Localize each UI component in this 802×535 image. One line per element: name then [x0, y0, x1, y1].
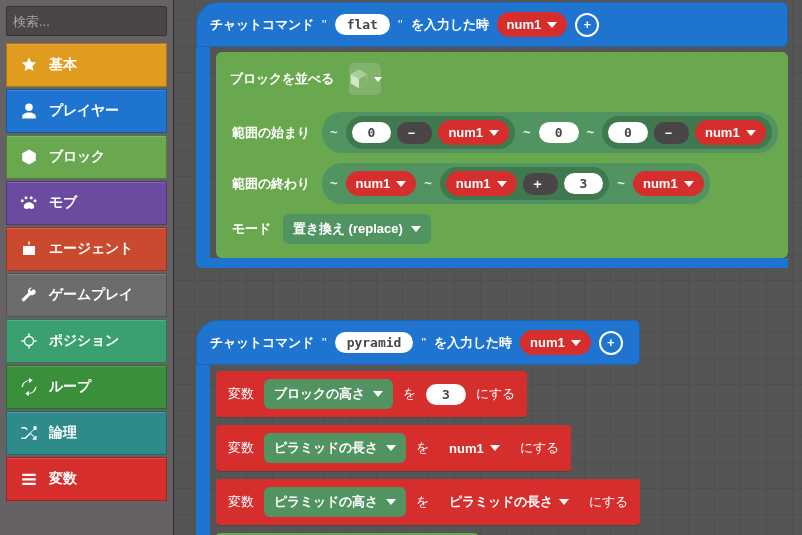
- cube-icon: [19, 147, 39, 167]
- kw-var: 変数: [228, 385, 254, 403]
- var-dropdown[interactable]: ピラミッドの高さ: [264, 487, 406, 517]
- tilde: ~: [521, 125, 533, 140]
- category-label: ゲームプレイ: [49, 286, 133, 304]
- add-param-button[interactable]: +: [599, 331, 623, 355]
- hat-suffix: を入力した時: [411, 16, 489, 34]
- fill-title: ブロックを並べる: [230, 70, 334, 88]
- chevron-down-icon: [411, 226, 421, 232]
- num-input[interactable]: 3: [564, 173, 604, 194]
- num-input[interactable]: 0: [608, 122, 648, 143]
- var-ref[interactable]: ピラミッドの長さ: [439, 488, 579, 516]
- chat-command-value[interactable]: pyramid: [335, 332, 414, 353]
- num-input[interactable]: 3: [426, 384, 466, 405]
- category-basic[interactable]: 基本: [6, 43, 167, 87]
- robot-icon: [19, 239, 39, 259]
- category-label: ポジション: [49, 332, 119, 350]
- fill-from-row: 範囲の始まり ~ 0 － num1 ~ 0 ~: [232, 112, 778, 153]
- add-param-button[interactable]: +: [575, 13, 599, 37]
- op-minus[interactable]: －: [397, 122, 432, 144]
- search-wrap: [0, 0, 173, 42]
- hat-param[interactable]: num1: [497, 12, 568, 37]
- category-mob[interactable]: モブ: [6, 181, 167, 225]
- expr-slot[interactable]: 0 － num1: [602, 116, 772, 149]
- category-gameplay[interactable]: ゲームプレイ: [6, 273, 167, 317]
- chevron-down-icon: [386, 445, 396, 451]
- category-agent[interactable]: エージェント: [6, 227, 167, 271]
- tilde: ~: [328, 125, 340, 140]
- hat-suffix: を入力した時: [434, 334, 512, 352]
- hat-chat-command-flat[interactable]: チャットコマンド "flat" を入力した時 num1 +: [196, 2, 788, 47]
- loop-icon: [19, 377, 39, 397]
- var-ref-num1[interactable]: num1: [633, 171, 704, 196]
- category-label: ループ: [49, 378, 91, 396]
- user-icon: [19, 101, 39, 121]
- category-loop[interactable]: ループ: [6, 365, 167, 409]
- chevron-down-icon: [684, 181, 694, 187]
- category-player[interactable]: プレイヤー: [6, 89, 167, 133]
- chevron-down-icon: [547, 22, 557, 28]
- tilde: ~: [615, 176, 627, 191]
- chevron-down-icon: [571, 340, 581, 346]
- tilde: ~: [585, 125, 597, 140]
- mode-dropdown[interactable]: 置き換え (replace): [283, 214, 431, 244]
- expr-slot[interactable]: 0 － num1: [346, 116, 516, 149]
- set-var-pyr-height[interactable]: 変数 ピラミッドの高さ を ピラミッドの長さ にする: [216, 479, 640, 525]
- kw-var: 変数: [228, 439, 254, 457]
- category-label: エージェント: [49, 240, 133, 258]
- var-ref-num1[interactable]: num1: [695, 120, 766, 145]
- kw-to: を: [403, 385, 416, 403]
- chevron-down-icon: [490, 445, 500, 451]
- category-logic[interactable]: 論理: [6, 411, 167, 455]
- search-box[interactable]: [6, 6, 167, 36]
- fill-block[interactable]: ブロックを並べる 範囲の始まり ~ 0 －: [216, 52, 788, 258]
- fill-mode-row: モード 置き換え (replace): [232, 214, 778, 244]
- category-position[interactable]: ポジション: [6, 319, 167, 363]
- cube-icon: [348, 68, 370, 90]
- chevron-down-icon: [373, 391, 383, 397]
- search-input[interactable]: [13, 14, 181, 29]
- num-input[interactable]: 0: [352, 122, 392, 143]
- category-label: 基本: [49, 56, 77, 74]
- workspace[interactable]: チャットコマンド "flat" を入力した時 num1 + ブロックを並べる 範: [174, 0, 802, 535]
- var-ref-num1[interactable]: num1: [346, 171, 417, 196]
- kw-var: 変数: [228, 493, 254, 511]
- category-list: 基本プレイヤーブロックモブエージェントゲームプレイポジションループ論理変数: [0, 42, 173, 502]
- hat-label: チャットコマンド: [210, 16, 314, 34]
- chevron-down-icon: [497, 181, 507, 187]
- var-ref[interactable]: num1: [439, 436, 510, 461]
- to-position[interactable]: ~ num1 ~ num1 ＋ 3 ~ num1: [322, 163, 710, 204]
- stack-flat[interactable]: チャットコマンド "flat" を入力した時 num1 + ブロックを並べる 範: [196, 2, 788, 268]
- op-plus[interactable]: ＋: [523, 173, 558, 195]
- chevron-down-icon: [396, 181, 406, 187]
- block-picker[interactable]: [348, 62, 382, 96]
- category-label: ブロック: [49, 148, 105, 166]
- var-dropdown[interactable]: ピラミッドの長さ: [264, 433, 406, 463]
- chevron-down-icon: [489, 130, 499, 136]
- num-input[interactable]: 0: [539, 122, 579, 143]
- star-icon: [19, 55, 39, 75]
- category-label: 論理: [49, 424, 77, 442]
- category-block[interactable]: ブロック: [6, 135, 167, 179]
- category-variable[interactable]: 変数: [6, 457, 167, 501]
- target-icon: [19, 331, 39, 351]
- wrench-icon: [19, 285, 39, 305]
- category-label: プレイヤー: [49, 102, 119, 120]
- stack-pyramid[interactable]: チャットコマンド "pyramid" を入力した時 num1 + 変数 ブロック…: [196, 320, 640, 535]
- hat-chat-command-pyramid[interactable]: チャットコマンド "pyramid" を入力した時 num1 +: [196, 320, 640, 365]
- set-var-length[interactable]: 変数 ピラミッドの長さ を num1 にする: [216, 425, 571, 471]
- category-label: モブ: [49, 194, 77, 212]
- kw-to: を: [416, 439, 429, 457]
- expr-slot[interactable]: num1 ＋ 3: [440, 167, 610, 200]
- from-position[interactable]: ~ 0 － num1 ~ 0 ~ 0 －: [322, 112, 778, 153]
- var-dropdown[interactable]: ブロックの高さ: [264, 379, 393, 409]
- var-ref-num1[interactable]: num1: [446, 171, 517, 196]
- tilde: ~: [328, 176, 340, 191]
- shuffle-icon: [19, 423, 39, 443]
- menu-icon: [19, 469, 39, 489]
- fill-to-row: 範囲の終わり ~ num1 ~ num1 ＋ 3 ~ num1: [232, 163, 778, 204]
- chat-command-value[interactable]: flat: [335, 14, 390, 35]
- var-ref-num1[interactable]: num1: [438, 120, 509, 145]
- set-var-block-height[interactable]: 変数 ブロックの高さ を 3 にする: [216, 371, 527, 417]
- hat-param[interactable]: num1: [520, 330, 591, 355]
- op-minus[interactable]: －: [654, 122, 689, 144]
